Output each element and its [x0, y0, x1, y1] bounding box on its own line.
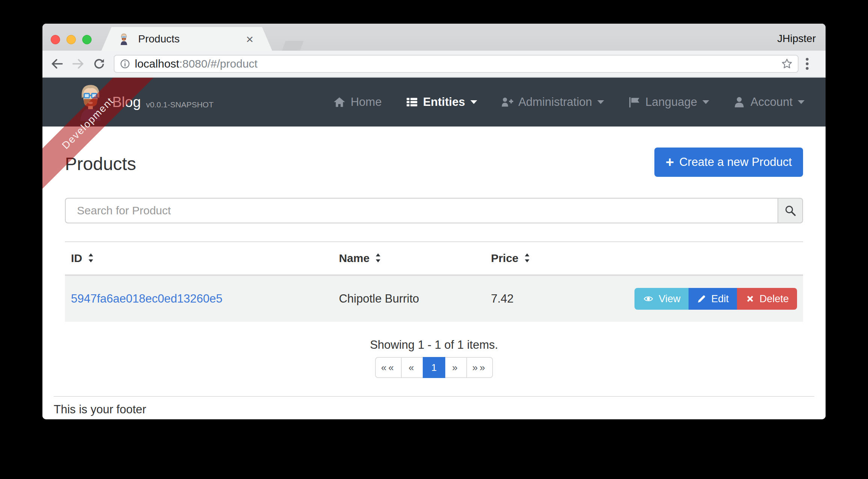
brand-version: v0.0.1-SNAPSHOT	[146, 95, 214, 109]
column-header-actions	[614, 242, 803, 275]
pagination-first[interactable]: ««	[375, 357, 402, 378]
jhipster-logo	[78, 83, 102, 121]
item-count-summary: Showing 1 - 1 of 1 items.	[65, 338, 803, 352]
eye-icon	[643, 294, 654, 304]
minimize-window-button[interactable]	[66, 35, 76, 44]
tab-close-icon[interactable]: ×	[246, 33, 253, 45]
chevron-down-icon	[798, 100, 805, 104]
search-button[interactable]	[778, 198, 803, 223]
pagination-next[interactable]: »	[445, 357, 467, 378]
entities-list-icon	[406, 96, 418, 108]
browser-tab[interactable]: Products ×	[101, 27, 272, 51]
browser-window: Products × JHipster localhost:8080/#/pro…	[42, 24, 826, 419]
url-host: localhost	[135, 57, 179, 70]
search-input[interactable]	[65, 198, 778, 223]
nav-item-account[interactable]: Account	[733, 95, 805, 109]
fullscreen-window-button[interactable]	[82, 35, 92, 44]
address-bar[interactable]: localhost:8080/#/product	[114, 55, 799, 73]
chevron-down-icon	[702, 100, 709, 104]
user-plus-icon	[501, 96, 513, 108]
app-footer: This is your footer	[54, 396, 814, 416]
app-navbar: Blog v0.0.1-SNAPSHOT Home	[42, 78, 826, 127]
browser-tab-bar: Products × JHipster	[42, 24, 826, 51]
column-header-price[interactable]: Price	[485, 242, 614, 275]
delete-button[interactable]: Delete	[737, 288, 797, 310]
tab-title: Products	[138, 33, 246, 45]
table-row: 5947fa6ae018ec0ed13260e5 Chipotle Burrit…	[65, 275, 803, 322]
pagination-page-1[interactable]: 1	[423, 357, 445, 378]
sort-icon	[373, 252, 383, 264]
page-content: Blog v0.0.1-SNAPSHOT Home	[42, 78, 826, 419]
view-button[interactable]: View	[634, 288, 689, 310]
product-id-link[interactable]: 5947fa6ae018ec0ed13260e5	[71, 292, 222, 305]
pagination-last[interactable]: »»	[466, 357, 493, 378]
nav-item-administration[interactable]: Administration	[501, 95, 604, 109]
footer-text: This is your footer	[54, 403, 814, 416]
home-icon	[333, 96, 345, 108]
forward-icon[interactable]	[72, 57, 84, 70]
brand-name: Blog	[112, 94, 141, 110]
page-info-icon[interactable]	[120, 59, 130, 69]
url-text: localhost:8080/#/product	[135, 57, 781, 70]
jhipster-favicon	[118, 33, 130, 45]
sort-icon	[86, 252, 96, 264]
create-product-button[interactable]: + Create a new Product	[654, 148, 803, 177]
x-icon	[745, 294, 755, 304]
refresh-icon[interactable]	[93, 57, 105, 70]
edit-button[interactable]: Edit	[689, 288, 737, 310]
flag-icon	[628, 96, 640, 108]
back-icon[interactable]	[51, 57, 63, 70]
page-title: Products	[65, 154, 136, 174]
products-table: ID Name Price 5947fa6ae018ec0ed13260e5	[65, 241, 803, 322]
url-path: :8080/#/product	[179, 57, 258, 70]
bookmark-star-icon[interactable]	[781, 58, 793, 69]
browser-menu-icon[interactable]	[805, 57, 809, 70]
product-price-cell: 7.42	[485, 275, 614, 322]
row-action-buttons: View Edit	[634, 288, 797, 310]
user-icon	[733, 96, 745, 108]
table-header-row: ID Name Price	[65, 242, 803, 275]
chevron-down-icon	[470, 100, 477, 104]
brand[interactable]: Blog v0.0.1-SNAPSHOT	[63, 83, 214, 121]
column-header-name[interactable]: Name	[333, 242, 485, 275]
window-title: JHipster	[777, 33, 816, 45]
chevron-down-icon	[597, 100, 604, 104]
pencil-icon	[697, 294, 707, 304]
search-icon	[784, 205, 796, 217]
close-window-button[interactable]	[51, 35, 60, 44]
browser-toolbar: localhost:8080/#/product	[42, 51, 826, 78]
sort-icon	[522, 252, 532, 264]
nav-menu: Home Entities	[333, 95, 805, 109]
main-content: Products + Create a new Product	[42, 148, 826, 378]
search-bar	[65, 198, 803, 223]
nav-item-home[interactable]: Home	[333, 95, 382, 109]
nav-item-language[interactable]: Language	[628, 95, 709, 109]
column-header-id[interactable]: ID	[65, 242, 333, 275]
nav-item-entities[interactable]: Entities	[406, 95, 477, 109]
product-name-cell: Chipotle Burrito	[333, 275, 485, 322]
pagination-prev[interactable]: «	[401, 357, 423, 378]
pagination: «« « 1 » »»	[65, 357, 803, 378]
